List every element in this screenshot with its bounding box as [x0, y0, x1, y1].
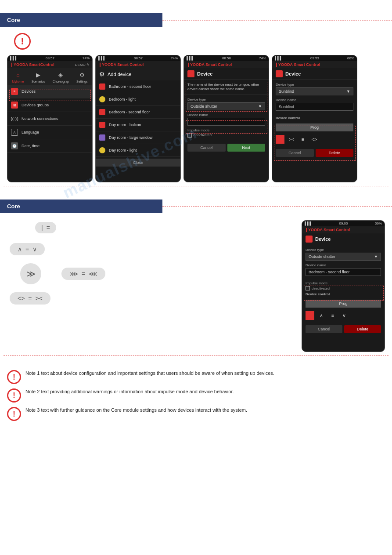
nav-scenarios-label: Scenarios: [32, 80, 45, 83]
menu-devices-groups-label: Devices groups: [22, 103, 49, 107]
nav-choreg[interactable]: ◈ Choreograp: [53, 70, 69, 83]
wifi-icon: ((·)): [11, 115, 18, 122]
device-type-label-3: Device type: [187, 98, 265, 102]
section2-content: | = ∧ = ∨ ≫ ⋙ = ⋘ <> = >: [0, 213, 392, 355]
device-icon-yellow-1: [99, 96, 105, 102]
phone1: ▌▌▌ 08:57 74% ❙YOODA SmartControl DEMO ✎…: [7, 55, 93, 182]
device-name-label-4: Device name: [276, 98, 353, 102]
controls-row2: ∧ = ∨: [7, 240, 297, 258]
device-type-value-5: Outside shutter: [309, 254, 335, 259]
device-dayroom-light: Day room - light: [109, 148, 137, 152]
up-arrow: ∧: [18, 246, 22, 253]
phone5-screen-title: Device: [315, 236, 331, 242]
add-device-header: ⚙ Add device: [96, 68, 180, 80]
device-type-dropdown-5[interactable]: Outside shutter ▼: [306, 253, 381, 261]
cancel-button-5[interactable]: Cancel: [306, 325, 342, 333]
phone4-battery: 00%: [347, 56, 354, 60]
close-button[interactable]: Close: [96, 159, 180, 167]
delete-button-4[interactable]: Delete: [316, 149, 354, 157]
nav-scenarios[interactable]: ▶ Scenarios: [32, 70, 45, 83]
menu-devices-groups[interactable]: ⊞ Devices groups: [7, 98, 92, 112]
phone5-config: Device type Outside shutter ▼ Device nam…: [302, 245, 385, 281]
phone1-nav: ⌂ Myhome ▶ Scenarios ◈ Choreograp ⚙ Sett…: [7, 68, 92, 85]
list-item-bathroom[interactable]: Bathroom - second floor: [96, 80, 180, 93]
phone4-config: Device type Sunblind ▼ Device name Sunbl…: [272, 80, 357, 116]
pill-up-stop-down: ∧ = ∨: [10, 243, 45, 255]
section1-header-row: Core: [0, 13, 392, 27]
device-icon-header: [187, 70, 194, 77]
impulse-checkbox-5[interactable]: [306, 286, 310, 290]
device-name-label-3: Device name: [187, 113, 265, 117]
list-item-dayroom-light[interactable]: Day room - light: [96, 144, 180, 157]
choreg-icon: ◈: [56, 70, 65, 80]
phone4-control: Prog >< ≡ <>: [272, 122, 357, 147]
phone2-battery: 74%: [171, 56, 178, 60]
list-item-bedroom-2nd[interactable]: Bedroom - second floor: [96, 106, 180, 119]
phone4-device-header: Device: [272, 68, 357, 80]
equals-symbol-4: =: [28, 295, 32, 302]
control-icons-row-5: ∧ ≡ ∨: [306, 309, 381, 322]
phone1-logo: ❙YOODA SmartControl: [10, 62, 54, 67]
device-type-label-5: Device type: [306, 248, 381, 252]
section2-header-row: Core: [0, 200, 392, 213]
delete-button-5[interactable]: Delete: [344, 325, 381, 333]
ctrl-stop-icon-5[interactable]: ≡: [328, 311, 337, 320]
open-arrows: ><: [36, 295, 43, 302]
prog-button-4[interactable]: Prog: [276, 123, 353, 131]
phone1-battery: 74%: [83, 56, 90, 60]
nav-settings[interactable]: ⚙ Settings: [76, 70, 87, 83]
list-item-dayroom-window[interactable]: Day room - large window: [96, 131, 180, 144]
menu-devices[interactable]: ≡ Devices: [7, 85, 92, 98]
phone2-logo: ❙YOODA Smart Control: [98, 62, 144, 67]
device-type-dropdown-4[interactable]: Sunblind ▼: [276, 87, 353, 95]
device-control-label-5: Device control: [302, 292, 385, 298]
phone3-titlebar: ❙YOODA Smart Control: [184, 61, 269, 68]
play-icon: ▶: [33, 70, 43, 80]
warn-icon-note3: !: [7, 407, 21, 421]
menu-datetime[interactable]: 🕐 Date, time: [7, 139, 92, 153]
device-name-label-5: Device name: [306, 263, 381, 267]
device-icon-header-5: [306, 236, 313, 243]
phone4-screen-title: Device: [285, 71, 301, 76]
ctrl-stop-icon[interactable]: ≡: [298, 135, 307, 144]
pill-close-stop-open: <> = ><: [10, 292, 50, 305]
menu-network[interactable]: ((·)) Network connections: [7, 112, 92, 126]
equals-symbol-2: =: [25, 246, 29, 253]
pill-open-stop: | =: [35, 222, 56, 233]
phone5-time: 09:00: [339, 221, 348, 225]
prog-button-5[interactable]: Prog: [306, 300, 381, 308]
phone4-titlebar: ❙YOODA Smart Control: [272, 61, 357, 68]
list-item-bedroom-light[interactable]: Bedroom - light: [96, 93, 180, 106]
phone4-signal: ▌▌▌: [275, 56, 282, 60]
phone4-logo: ❙YOODA Smart Control: [275, 62, 320, 67]
cancel-button-3[interactable]: Cancel: [187, 144, 226, 152]
phone5-logo: ❙YOODA Smart Control: [305, 228, 350, 232]
phone5-signal: ▌▌▌: [305, 221, 312, 225]
menu-language[interactable]: A Language: [7, 126, 92, 139]
device-type-dropdown-3[interactable]: Outside shutter ▼: [187, 102, 265, 110]
ctrl-expand-icon[interactable]: ><: [287, 135, 296, 144]
ctrl-up-icon-5[interactable]: ∧: [317, 311, 326, 320]
device-name-value-4[interactable]: Sunblind: [276, 103, 353, 111]
control-red-icon-5: [306, 311, 314, 320]
ctrl-down-icon-5[interactable]: ∨: [340, 311, 349, 320]
device-icon-purple-1: [99, 134, 105, 141]
warn-icon-1: !: [14, 33, 31, 50]
equals-symbol-3: =: [82, 270, 85, 277]
sunblind-circle-icon: ≫: [20, 263, 41, 284]
phone5-titlebar: ❙YOODA Smart Control: [302, 226, 385, 233]
list-item-dayroom-balcon[interactable]: Day room - balcon: [96, 119, 180, 131]
device-name-input-3[interactable]: [187, 118, 265, 126]
dbl-down-arrow: ⋘: [89, 270, 97, 277]
home-icon: ⌂: [13, 70, 23, 80]
nav-myhome[interactable]: ⌂ Myhome: [12, 70, 24, 83]
ctrl-collapse-icon[interactable]: <>: [310, 135, 319, 144]
controls-row3: ≫ ⋙ = ⋘: [7, 263, 297, 284]
next-button-3[interactable]: Next: [227, 144, 266, 152]
cancel-button-4[interactable]: Cancel: [276, 149, 314, 157]
warn-icon-note2: !: [7, 388, 21, 403]
device-name-value-5[interactable]: Bedroom - second floor: [306, 268, 381, 276]
impulse-checkbox[interactable]: [187, 133, 192, 138]
pipe-symbol: |: [41, 224, 43, 231]
phone2: ▌▌▌ 08:57 74% ❙YOODA Smart Control ⚙ Add…: [95, 55, 181, 182]
